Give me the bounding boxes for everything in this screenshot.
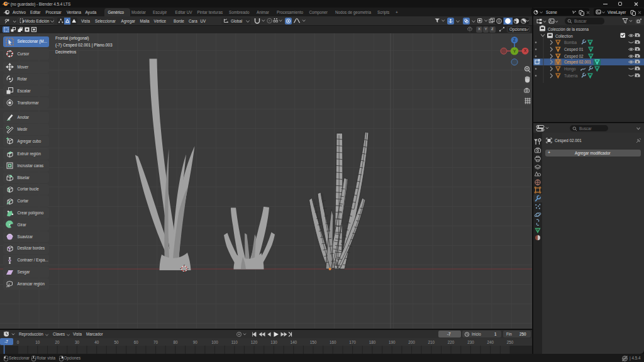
- svg-text:70: 70: [153, 339, 158, 344]
- svg-text:Tubería: Tubería: [564, 74, 578, 78]
- svg-text:10: 10: [35, 339, 40, 344]
- svg-text:Cesped 01: Cesped 01: [564, 47, 584, 52]
- svg-text:240: 240: [487, 339, 494, 344]
- svg-text:Collection: Collection: [555, 34, 573, 38]
- svg-text:Cesped 02.001: Cesped 02.001: [564, 60, 591, 65]
- svg-text:60: 60: [134, 339, 139, 344]
- svg-text:120: 120: [251, 339, 258, 344]
- svg-text:100: 100: [211, 339, 218, 344]
- svg-text:200: 200: [408, 339, 415, 344]
- svg-text:Colección de la escena: Colección de la escena: [548, 27, 589, 31]
- svg-text:180: 180: [369, 339, 376, 344]
- svg-text:160: 160: [330, 339, 336, 344]
- svg-text:20: 20: [55, 339, 60, 344]
- svg-text:110: 110: [231, 339, 238, 344]
- svg-text:Bomba: Bomba: [564, 40, 577, 45]
- svg-text:Z: Z: [513, 37, 516, 41]
- svg-text:30: 30: [75, 339, 80, 344]
- svg-text:Hongo: Hongo: [564, 67, 576, 72]
- svg-text:80: 80: [173, 339, 178, 344]
- svg-text:250: 250: [507, 339, 514, 344]
- svg-text:Cesped 02: Cesped 02: [564, 54, 584, 59]
- svg-text:-7: -7: [4, 339, 8, 344]
- svg-text:170: 170: [349, 339, 356, 344]
- svg-text:210: 210: [428, 339, 435, 344]
- svg-text:140: 140: [290, 339, 297, 344]
- svg-text:220: 220: [448, 339, 455, 344]
- svg-text:230: 230: [467, 339, 474, 344]
- svg-text:50: 50: [114, 339, 119, 344]
- svg-text:0: 0: [17, 339, 19, 344]
- svg-text:150: 150: [310, 339, 317, 344]
- svg-text:190: 190: [389, 339, 396, 344]
- svg-text:130: 130: [270, 339, 277, 344]
- svg-text:40: 40: [94, 339, 99, 344]
- svg-text:90: 90: [193, 339, 198, 344]
